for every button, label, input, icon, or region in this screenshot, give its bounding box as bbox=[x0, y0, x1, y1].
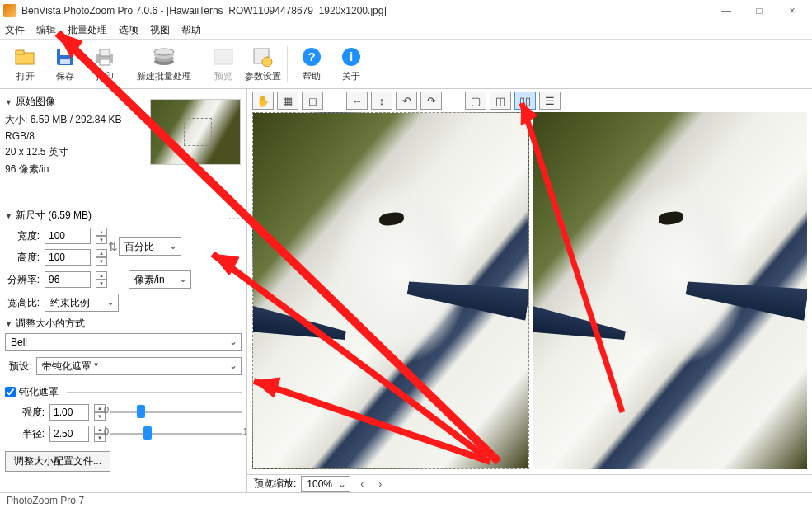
toolbar-separator-1 bbox=[129, 46, 129, 82]
crop-tool[interactable]: ▦ bbox=[277, 92, 298, 110]
print-label: 打印 bbox=[96, 70, 114, 82]
zoom-out-button[interactable]: ‹ bbox=[355, 477, 368, 491]
preview-icon bbox=[212, 45, 235, 68]
main-toolbar: 打开 保存 打印 新建批量处理 预览 参数设置 ? 帮助 i 关于 bbox=[0, 40, 812, 89]
print-button[interactable]: 打印 bbox=[86, 41, 124, 87]
batch-new-button[interactable]: 新建批量处理 bbox=[134, 41, 194, 87]
radius-input[interactable] bbox=[49, 426, 89, 442]
height-spinner[interactable]: ▲▼ bbox=[96, 249, 107, 266]
thumbnail[interactable] bbox=[150, 99, 241, 165]
zoom-value: 100% bbox=[307, 478, 332, 490]
toolbar-separator-3 bbox=[287, 46, 288, 82]
minimize-button[interactable]: — bbox=[710, 0, 743, 21]
params-icon bbox=[251, 45, 275, 68]
res-input[interactable] bbox=[45, 271, 91, 288]
method-combo[interactable]: Bell bbox=[5, 333, 242, 351]
preview-label: 预览 bbox=[214, 70, 232, 82]
fit-height-button[interactable]: ↕ bbox=[371, 92, 392, 110]
dots-icon: ... bbox=[228, 210, 242, 222]
about-label: 关于 bbox=[342, 70, 360, 82]
svg-text:?: ? bbox=[307, 49, 315, 63]
right-area: ✋ ▦ ◻ ↔ ↕ ↶ ↷ ▢ ◫ ▯▯ ☰ 预览缩放: 100% bbox=[247, 89, 812, 492]
size-unit-combo[interactable]: 百分比 bbox=[119, 237, 181, 256]
res-unit-combo[interactable]: 像素/in bbox=[129, 270, 191, 289]
menu-options[interactable]: 选项 bbox=[119, 23, 138, 37]
open-button[interactable]: 打开 bbox=[7, 41, 45, 87]
fit-width-button[interactable]: ↔ bbox=[346, 92, 368, 110]
select-tool[interactable]: ◻ bbox=[302, 92, 323, 110]
preview-pane-left[interactable] bbox=[252, 112, 529, 469]
view-area bbox=[247, 112, 812, 474]
new-size-header[interactable]: 新尺寸 (6.59 MB) ... bbox=[5, 206, 242, 225]
menu-batch[interactable]: 批量处理 bbox=[68, 23, 107, 37]
unsharp-label: 钝化遮罩 bbox=[19, 385, 59, 399]
menu-file[interactable]: 文件 bbox=[5, 23, 25, 37]
zoom-label: 预览缩放: bbox=[254, 477, 296, 491]
menu-bar: 文件 编辑 批量处理 选项 视图 帮助 bbox=[0, 21, 812, 40]
split-center-button[interactable]: ◫ bbox=[490, 92, 511, 110]
svg-rect-12 bbox=[214, 49, 232, 64]
svg-text:i: i bbox=[350, 49, 353, 63]
help-button[interactable]: ? 帮助 bbox=[293, 41, 331, 87]
split-side-button[interactable]: ▯▯ bbox=[514, 92, 536, 110]
left-panel: 原始图像 ... 大小: 6.59 MB / 292.84 KB RGB/8 2… bbox=[0, 89, 247, 492]
toolbar-separator-2 bbox=[199, 46, 199, 82]
new-size-header-label: 新尺寸 (6.59 MB) bbox=[16, 209, 92, 223]
print-icon bbox=[93, 45, 116, 68]
status-bar: PhotoZoom Pro 7 bbox=[0, 492, 812, 507]
zoom-in-button[interactable]: › bbox=[373, 477, 387, 491]
aspect-value: 约束比例 bbox=[50, 296, 90, 310]
res-label: 分辨率: bbox=[5, 273, 40, 287]
hand-tool[interactable]: ✋ bbox=[252, 92, 274, 110]
view-toolbar: ✋ ▦ ◻ ↔ ↕ ↶ ↷ ▢ ◫ ▯▯ ☰ bbox=[247, 89, 812, 112]
res-spinner[interactable]: ▲▼ bbox=[96, 271, 107, 288]
svg-rect-1 bbox=[16, 50, 24, 54]
preset-combo[interactable]: 带钝化遮罩 * bbox=[36, 357, 242, 375]
save-button[interactable]: 保存 bbox=[46, 41, 84, 87]
radius-slider[interactable]: 0 10 bbox=[110, 426, 242, 441]
menu-edit[interactable]: 编辑 bbox=[36, 23, 56, 37]
about-icon: i bbox=[340, 45, 363, 68]
save-label: 保存 bbox=[56, 70, 74, 82]
strength-label: 强度: bbox=[5, 406, 45, 420]
menu-view[interactable]: 视图 bbox=[150, 23, 170, 37]
svg-point-11 bbox=[154, 49, 174, 55]
svg-rect-4 bbox=[60, 59, 70, 64]
aspect-combo[interactable]: 约束比例 bbox=[45, 294, 119, 312]
height-input[interactable] bbox=[45, 249, 91, 266]
resize-method-header[interactable]: 调整大小的方式 bbox=[5, 314, 242, 333]
single-view-button[interactable]: ▢ bbox=[465, 92, 486, 110]
params-button[interactable]: 参数设置 bbox=[244, 41, 282, 87]
app-icon bbox=[3, 4, 16, 17]
resize-config-button[interactable]: 调整大小配置文件... bbox=[5, 451, 110, 472]
link-aspect-icon[interactable]: ⇅ bbox=[107, 230, 119, 263]
width-spinner[interactable]: ▲▼ bbox=[96, 228, 107, 244]
status-app-label: PhotoZoom Pro 7 bbox=[7, 495, 84, 506]
width-label: 宽度: bbox=[5, 229, 40, 243]
split-stack-button[interactable]: ☰ bbox=[539, 92, 561, 110]
unsharp-checkbox[interactable] bbox=[5, 387, 16, 397]
title-bar: BenVista PhotoZoom Pro 7.0.6 - [HawaiiTe… bbox=[0, 0, 812, 21]
width-input[interactable] bbox=[45, 228, 91, 244]
strength-input[interactable] bbox=[49, 404, 89, 421]
preset-value: 带钝化遮罩 * bbox=[42, 360, 98, 374]
radius-label: 半径: bbox=[5, 427, 45, 441]
undo-button[interactable]: ↶ bbox=[396, 92, 417, 110]
maximize-button[interactable]: □ bbox=[743, 0, 776, 21]
save-icon bbox=[54, 45, 77, 68]
help-icon: ? bbox=[300, 45, 323, 68]
close-button[interactable]: × bbox=[776, 0, 809, 21]
aspect-label: 宽高比: bbox=[5, 296, 40, 310]
redo-button[interactable]: ↷ bbox=[420, 92, 442, 110]
thumbnail-selection[interactable] bbox=[184, 118, 212, 146]
svg-rect-3 bbox=[60, 49, 70, 55]
strength-slider[interactable]: 0 5 bbox=[110, 405, 242, 420]
preview-button[interactable]: 预览 bbox=[204, 41, 242, 87]
zoom-combo[interactable]: 100% bbox=[301, 476, 350, 492]
preview-pane-right[interactable] bbox=[533, 112, 808, 469]
window-title: BenVista PhotoZoom Pro 7.0.6 - [HawaiiTe… bbox=[21, 5, 710, 16]
res-unit-value: 像素/in bbox=[134, 273, 165, 287]
divider bbox=[67, 392, 242, 393]
menu-help[interactable]: 帮助 bbox=[181, 23, 201, 37]
about-button[interactable]: i 关于 bbox=[332, 41, 370, 87]
